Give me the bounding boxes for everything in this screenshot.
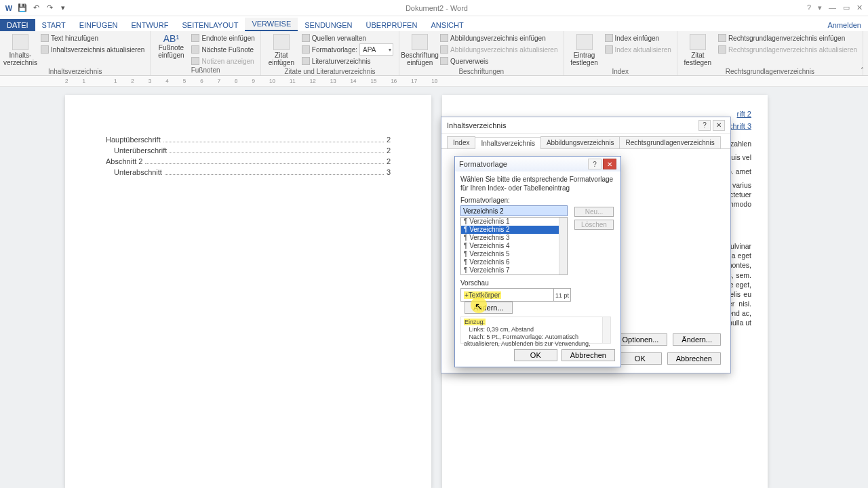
- style-list-label: Formatvorlagen:: [460, 197, 615, 204]
- manage-sources-button[interactable]: Quellen verwalten: [300, 33, 395, 43]
- signin-link[interactable]: Anmelden: [821, 19, 868, 31]
- insert-caption-button[interactable]: Beschriftung einfügen: [403, 33, 436, 68]
- document-area: Hauptüberschrift2Unterüberschrift2Abschn…: [0, 87, 868, 488]
- update-index-button: Index aktualisieren: [604, 44, 673, 55]
- minimize-icon[interactable]: —: [829, 3, 836, 12]
- update-index-icon: [605, 45, 613, 54]
- style-list-item[interactable]: ¶ Verzeichnis 5: [461, 250, 567, 258]
- style-list-item[interactable]: ¶ Verzeichnis 3: [461, 234, 567, 242]
- toc-dialog-close-icon[interactable]: ✕: [713, 120, 725, 131]
- word-icon: W: [4, 3, 14, 13]
- toc-cancel-button[interactable]: Abbrechen: [667, 352, 721, 365]
- toc-entry[interactable]: Abschnitt 22: [106, 157, 391, 165]
- insert-tof-button[interactable]: Abbildungsverzeichnis einfügen: [439, 33, 559, 43]
- tab-pagelayout[interactable]: SEITENLAYOUT: [175, 19, 245, 31]
- footnote-button[interactable]: AB¹Fußnote einfügen: [155, 33, 187, 60]
- style-dialog-message: Wählen Sie bitte die entsprechende Forma…: [460, 176, 615, 192]
- citation-icon: [273, 34, 290, 50]
- ribbon: Inhalts- verzeichnis Text hinzufügen Inh…: [0, 31, 868, 76]
- help-icon[interactable]: ?: [807, 3, 811, 12]
- tab-mailings[interactable]: SENDUNGEN: [298, 19, 359, 31]
- tab-references[interactable]: VERWEISE: [245, 18, 298, 31]
- toc-entry[interactable]: Unterüberschrift2: [106, 146, 391, 155]
- desc-scrollbar[interactable]: [602, 317, 610, 343]
- style-name-input[interactable]: [460, 205, 568, 216]
- tab-start[interactable]: START: [35, 19, 73, 31]
- tab-insert[interactable]: EINFÜGEN: [73, 19, 125, 31]
- ribbon-options-icon[interactable]: ▾: [818, 3, 822, 12]
- mark-citation-button[interactable]: Zitat festlegen: [682, 33, 714, 68]
- modify-style-button[interactable]: Ändern...: [465, 302, 513, 314]
- preview-size-label: 11 pt: [553, 288, 571, 302]
- tab-design[interactable]: ENTWURF: [124, 19, 175, 31]
- window-title: Dokument2 - Word: [72, 4, 802, 12]
- toc-ok-button[interactable]: OK: [618, 352, 662, 365]
- toc-options-button[interactable]: Optionen...: [614, 333, 668, 346]
- style-list-item[interactable]: ¶ Verzeichnis 2: [461, 226, 567, 234]
- toc-entry[interactable]: Hauptüberschrift2: [106, 136, 391, 144]
- tab-review[interactable]: ÜBERPRÜFEN: [359, 19, 425, 31]
- toc-dialog-title: Inhaltsverzeichnis: [447, 121, 696, 129]
- maximize-icon[interactable]: ▭: [843, 3, 850, 12]
- style-list-item[interactable]: ¶ Verzeichnis 8: [461, 274, 567, 275]
- close-icon[interactable]: ✕: [856, 3, 863, 12]
- undo-icon[interactable]: ↶: [31, 3, 41, 13]
- update-tof-button: Abbildungsverzeichnis aktualisieren: [439, 44, 559, 55]
- crossref-button[interactable]: Querverweis: [439, 56, 559, 66]
- show-notes-icon: [191, 57, 199, 65]
- toc-dialog-tab[interactable]: Inhaltsverzeichnis: [475, 137, 540, 149]
- toc-dialog-tabs: IndexInhaltsverzeichnisAbbildungsverzeic…: [441, 134, 730, 149]
- toc-entry[interactable]: Unterabschnitt3: [106, 168, 391, 176]
- insert-toa-button[interactable]: Rechtsgrundlagenverzeichnis einfügen: [717, 33, 859, 43]
- toc-dialog-tab[interactable]: Abbildungsverzeichnis: [540, 136, 620, 148]
- insert-index-icon: [605, 34, 613, 42]
- collapse-ribbon-icon[interactable]: ˄: [861, 66, 864, 74]
- update-toc-icon: [41, 45, 49, 54]
- toc-dialog-help-icon[interactable]: ?: [698, 120, 711, 131]
- preview-label: Vorschau: [460, 279, 615, 287]
- toc-dialog-tab[interactable]: Rechtsgrundlagenverzeichnis: [619, 136, 720, 148]
- update-toa-icon: [718, 45, 726, 54]
- style-dialog-help-icon[interactable]: ?: [588, 159, 601, 169]
- tab-view[interactable]: ANSICHT: [424, 19, 470, 31]
- redo-icon[interactable]: ↷: [45, 3, 54, 13]
- insert-index-button[interactable]: Index einfügen: [604, 33, 673, 43]
- tof-icon: [440, 34, 448, 42]
- insert-endnote-button[interactable]: Endnote einfügen: [190, 33, 256, 43]
- toa-icon: [718, 34, 726, 42]
- group-label-index: Index: [568, 68, 673, 76]
- style-listbox[interactable]: ¶ Verzeichnis 1¶ Verzeichnis 2¶ Verzeich…: [460, 217, 568, 275]
- insert-citation-button[interactable]: Zitat einfügen: [265, 33, 298, 68]
- style-dialog-close-icon[interactable]: ✕: [603, 159, 616, 169]
- page-1[interactable]: Hauptüberschrift2Unterüberschrift2Abschn…: [65, 95, 431, 488]
- update-toc-button[interactable]: Inhaltsverzeichnis aktualisieren: [39, 44, 146, 55]
- style-ok-button[interactable]: OK: [514, 349, 557, 361]
- qat-dropdown-icon[interactable]: ▾: [58, 3, 68, 13]
- horizontal-ruler[interactable]: 21123456789101112131415161718: [0, 76, 868, 87]
- next-footnote-button[interactable]: Nächste Fußnote: [190, 44, 256, 55]
- toc-button[interactable]: Inhalts- verzeichnis: [4, 33, 37, 68]
- update-tof-icon: [440, 45, 448, 54]
- style-list-item[interactable]: ¶ Verzeichnis 6: [461, 258, 567, 266]
- listbox-scrollbar[interactable]: [559, 218, 567, 274]
- toc-modify-button[interactable]: Ändern...: [673, 333, 721, 346]
- bibliography-button[interactable]: Literaturverzeichnis: [300, 56, 395, 66]
- tab-file[interactable]: DATEI: [0, 19, 35, 31]
- group-label-toa: Rechtsgrundlagenverzeichnis: [682, 68, 859, 76]
- footnote-icon: AB¹: [163, 34, 179, 44]
- style-list-item[interactable]: ¶ Verzeichnis 7: [461, 266, 567, 274]
- group-label-citations: Zitate und Literaturverzeichnis: [265, 68, 395, 76]
- style-description-box: Einzug: Links: 0,39 cm, Abstand Nach: 5 …: [460, 317, 611, 344]
- mark-entry-button[interactable]: Eintrag festlegen: [568, 33, 601, 68]
- add-text-button[interactable]: Text hinzufügen: [39, 33, 146, 43]
- citation-style-select[interactable]: APA: [359, 43, 393, 56]
- citation-style-row: Formatvorlage: APA: [300, 44, 395, 55]
- save-icon[interactable]: 💾: [18, 3, 27, 13]
- style-dialog-title: Formatvorlage: [459, 160, 587, 168]
- show-notes-button: Notizen anzeigen: [190, 56, 256, 66]
- style-list-item[interactable]: ¶ Verzeichnis 4: [461, 242, 567, 250]
- style-cancel-button[interactable]: Abbrechen: [561, 349, 615, 361]
- style-list-item[interactable]: ¶ Verzeichnis 1: [461, 218, 567, 226]
- toc-dialog-tab[interactable]: Index: [447, 136, 475, 148]
- add-text-icon: [41, 34, 49, 42]
